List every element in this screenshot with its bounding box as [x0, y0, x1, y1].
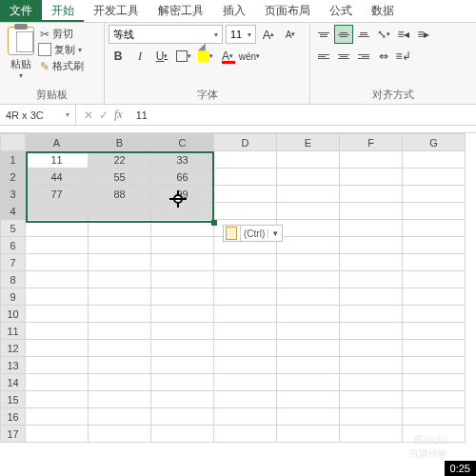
- cell[interactable]: [340, 237, 403, 254]
- cell[interactable]: [403, 391, 466, 408]
- cell[interactable]: 22: [89, 151, 151, 169]
- cell[interactable]: [151, 426, 214, 443]
- cell[interactable]: [277, 186, 340, 203]
- cell[interactable]: [151, 254, 214, 271]
- cell[interactable]: [277, 288, 340, 306]
- row-header-13[interactable]: 13: [1, 357, 26, 374]
- cell[interactable]: [214, 169, 277, 186]
- row-header-17[interactable]: 17: [1, 426, 26, 443]
- font-name-select[interactable]: 等线▾: [109, 25, 223, 44]
- cell[interactable]: [214, 203, 277, 220]
- row-header-14[interactable]: 14: [1, 374, 26, 391]
- row-header-16[interactable]: 16: [1, 408, 26, 426]
- cell[interactable]: [340, 151, 403, 169]
- cell[interactable]: [214, 357, 277, 374]
- col-header-C[interactable]: C: [151, 134, 214, 151]
- cell[interactable]: [26, 288, 89, 306]
- cut-button[interactable]: ✂剪切: [40, 27, 84, 41]
- align-center-button[interactable]: [334, 47, 353, 66]
- cell[interactable]: [340, 288, 403, 306]
- cell[interactable]: [151, 306, 214, 323]
- cell[interactable]: [340, 203, 403, 220]
- cell[interactable]: [277, 254, 340, 271]
- formula-input[interactable]: 11: [130, 109, 476, 121]
- spreadsheet-grid[interactable]: A B C D E F G 1 11 22 33 2 44 55 66 3 77…: [0, 133, 476, 443]
- cell[interactable]: [214, 151, 277, 169]
- cell[interactable]: [340, 374, 403, 391]
- cell[interactable]: [340, 186, 403, 203]
- bold-button[interactable]: B: [109, 47, 128, 66]
- row-header-5[interactable]: 5: [1, 220, 26, 237]
- cell[interactable]: [151, 288, 214, 306]
- col-header-D[interactable]: D: [214, 134, 277, 151]
- cell[interactable]: [403, 186, 466, 203]
- cell[interactable]: [26, 374, 89, 391]
- cell[interactable]: [214, 374, 277, 391]
- cell[interactable]: [89, 271, 151, 288]
- cell[interactable]: [277, 169, 340, 186]
- cell[interactable]: [340, 426, 403, 443]
- cell[interactable]: [26, 271, 89, 288]
- cell[interactable]: [277, 391, 340, 408]
- cell[interactable]: [214, 391, 277, 408]
- row-header-4[interactable]: 4: [1, 203, 26, 220]
- cell[interactable]: [403, 323, 466, 340]
- row-header-8[interactable]: 8: [1, 271, 26, 288]
- cell[interactable]: [277, 357, 340, 374]
- cancel-formula-icon[interactable]: ✕: [84, 109, 93, 122]
- cell[interactable]: [340, 306, 403, 323]
- cell[interactable]: [403, 220, 466, 237]
- row-header-11[interactable]: 11: [1, 323, 26, 340]
- cell[interactable]: [89, 340, 151, 357]
- cell[interactable]: [403, 237, 466, 254]
- paste-options-button[interactable]: (Ctrl) ▼: [223, 225, 283, 242]
- cell[interactable]: [89, 323, 151, 340]
- row-header-10[interactable]: 10: [1, 306, 26, 323]
- col-header-F[interactable]: F: [340, 134, 403, 151]
- cell[interactable]: [277, 408, 340, 426]
- cell[interactable]: [151, 237, 214, 254]
- cell[interactable]: [277, 323, 340, 340]
- cell[interactable]: [340, 271, 403, 288]
- cell[interactable]: [403, 203, 466, 220]
- cell[interactable]: [26, 357, 89, 374]
- align-right-button[interactable]: [354, 47, 373, 66]
- wrap-text-button[interactable]: ≡↲: [394, 47, 413, 66]
- paste-button[interactable]: 粘贴 ▾: [4, 25, 38, 84]
- cell[interactable]: 99: [151, 186, 214, 203]
- cell[interactable]: [214, 306, 277, 323]
- select-all-corner[interactable]: [1, 134, 26, 151]
- tab-data[interactable]: 数据: [362, 0, 404, 22]
- cell[interactable]: [89, 357, 151, 374]
- border-button[interactable]: ▾: [174, 47, 193, 66]
- cell[interactable]: [340, 220, 403, 237]
- increase-indent-button[interactable]: ≡▸: [414, 25, 433, 44]
- cell[interactable]: [26, 237, 89, 254]
- cell[interactable]: [214, 288, 277, 306]
- cell[interactable]: [277, 237, 340, 254]
- cell[interactable]: [151, 271, 214, 288]
- fill-handle[interactable]: [211, 220, 217, 226]
- cell[interactable]: [151, 203, 214, 220]
- row-header-7[interactable]: 7: [1, 254, 26, 271]
- tab-layout[interactable]: 页面布局: [255, 0, 320, 22]
- enter-formula-icon[interactable]: ✓: [99, 109, 109, 122]
- cell[interactable]: [151, 391, 214, 408]
- cell[interactable]: [277, 151, 340, 169]
- cell[interactable]: [403, 169, 466, 186]
- cell[interactable]: 77: [26, 186, 89, 203]
- cell[interactable]: [151, 408, 214, 426]
- underline-button[interactable]: U▾: [152, 47, 171, 66]
- fill-color-button[interactable]: ▾: [196, 47, 215, 66]
- cell[interactable]: [151, 374, 214, 391]
- tab-insert[interactable]: 插入: [213, 0, 255, 22]
- font-color-button[interactable]: A▾: [218, 47, 237, 66]
- cell[interactable]: [89, 288, 151, 306]
- name-box[interactable]: 4R x 3C▾: [0, 105, 76, 125]
- merge-button[interactable]: ⇔: [374, 47, 393, 66]
- cell[interactable]: [403, 254, 466, 271]
- fx-icon[interactable]: fx: [114, 108, 123, 122]
- cell[interactable]: [340, 408, 403, 426]
- cell[interactable]: [89, 306, 151, 323]
- align-bottom-button[interactable]: [354, 25, 373, 44]
